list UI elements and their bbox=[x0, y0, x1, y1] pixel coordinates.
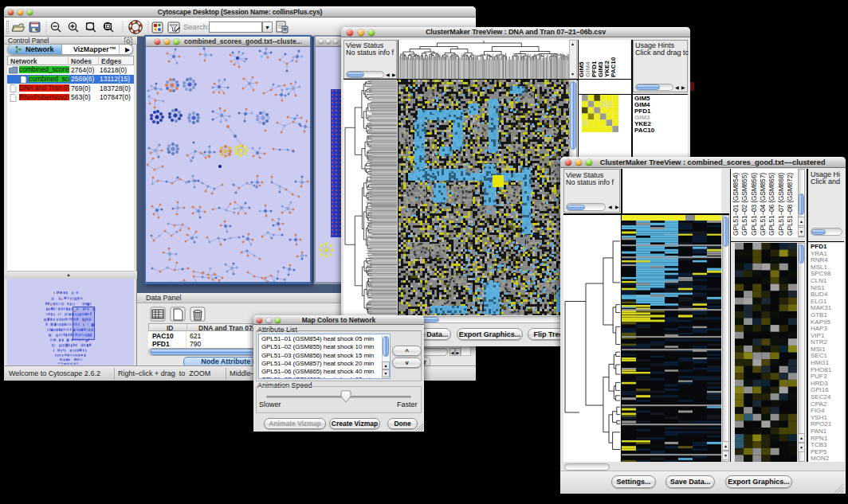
svg-text:GPL51–02 (GSM855): GPL51–02 (GSM855) bbox=[740, 173, 748, 236]
svg-text:GPL51–07 (GSM868): GPL51–07 (GSM868) bbox=[777, 173, 785, 236]
svg-text:PAC10: PAC10 bbox=[610, 57, 617, 77]
svg-text:GPL51–04 (GSM857): GPL51–04 (GSM857) bbox=[759, 173, 767, 236]
svg-text:GPL51–06 (GSM865): GPL51–06 (GSM865) bbox=[768, 173, 775, 236]
svg-text:GPL51–08 (GSM872): GPL51–08 (GSM872) bbox=[786, 173, 794, 236]
svg-text:GPL51–01 (GSM854): GPL51–01 (GSM854) bbox=[732, 173, 740, 236]
svg-text:GPL51–03 (GSM856): GPL51–03 (GSM856) bbox=[750, 173, 758, 236]
